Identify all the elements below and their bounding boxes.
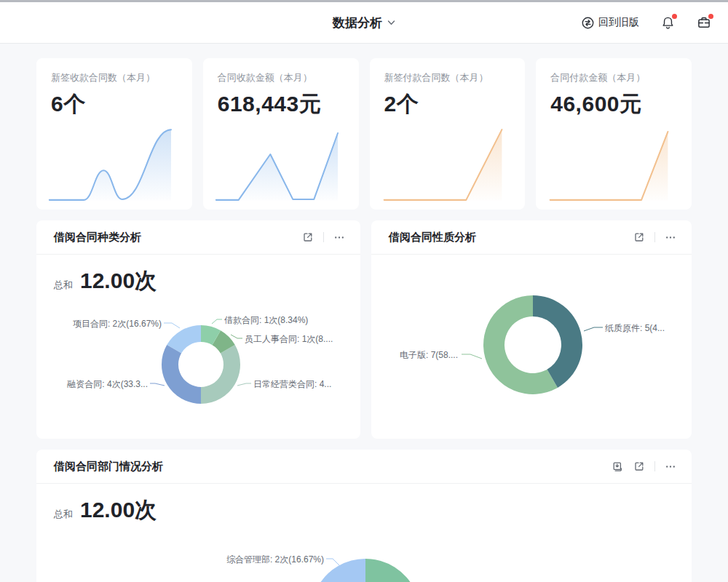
divider	[323, 232, 324, 242]
kpi-label: 新签收款合同数（本月）	[36, 58, 192, 84]
donut-label: 纸质原件: 5(4...	[605, 322, 665, 335]
back-to-old-version-link[interactable]: 回到旧版	[582, 16, 639, 29]
kpi-card-payable-amount[interactable]: 合同付款金额（本月） 46,600元	[536, 58, 692, 210]
sparkline-chart	[546, 124, 681, 205]
donut-label: 融资合同: 4次(33.3...	[67, 378, 148, 391]
page-title-dropdown[interactable]: 数据分析	[333, 15, 395, 31]
donut-label: 综合管理部: 2次(16.67%)	[226, 554, 324, 566]
notification-badge	[672, 14, 677, 19]
donut-label: 借款合同: 1次(8.34%)	[224, 314, 308, 327]
switch-version-icon	[582, 17, 594, 29]
divider	[654, 232, 655, 242]
kpi-value: 46,600元	[536, 84, 692, 119]
card-title: 借阅合同种类分析	[54, 231, 141, 244]
chevron-down-icon	[387, 20, 395, 25]
sparkline-chart	[213, 124, 349, 205]
chart-row: 借阅合同种类分析 总和 12.00次	[36, 220, 692, 439]
expand-icon[interactable]	[301, 231, 314, 244]
notifications-button[interactable]	[660, 15, 676, 31]
page-title: 数据分析	[333, 15, 382, 31]
total-value: 12.00次	[80, 266, 157, 296]
kpi-value: 2个	[370, 84, 526, 119]
kpi-label: 合同付款金额（本月）	[536, 58, 692, 84]
kpi-card-receivable-amount[interactable]: 合同收款金额（本月） 618,443元	[203, 58, 359, 210]
donut-label: 员工人事合同: 1次(8....	[245, 333, 333, 346]
more-icon[interactable]	[664, 460, 677, 473]
back-to-old-label: 回到旧版	[598, 16, 639, 29]
top-nav: 数据分析 回到旧版	[0, 2, 728, 44]
more-icon[interactable]	[664, 231, 677, 244]
chart-card-department: 借阅合同部门情况分析 总和 12.00次 综合管理部: 2次(16.67%)	[36, 450, 692, 582]
card-title: 借阅合同部门情况分析	[54, 460, 163, 474]
kpi-value: 6个	[36, 84, 192, 119]
workbench-button[interactable]	[696, 15, 712, 31]
kpi-card-new-payable-contracts[interactable]: 新签付款合同数（本月） 2个	[370, 58, 526, 210]
donut-label: 项目合同: 2次(16.67%)	[73, 318, 162, 330]
total-label: 总和	[54, 508, 73, 521]
chart-card-contract-type: 借阅合同种类分析 总和 12.00次	[36, 220, 360, 439]
expand-icon[interactable]	[633, 460, 646, 473]
card-title: 借阅合同性质分析	[389, 231, 476, 244]
more-icon[interactable]	[333, 231, 346, 244]
chart-card-contract-nature: 借阅合同性质分析 纸质原件: 5(4... 电子版: 7(58....	[371, 220, 692, 439]
kpi-card-new-receivable-contracts[interactable]: 新签收款合同数（本月） 6个	[36, 58, 192, 210]
kpi-label: 新签付款合同数（本月）	[370, 58, 526, 84]
sparkline-chart	[380, 124, 515, 205]
workbench-badge	[708, 14, 713, 19]
total-value: 12.00次	[80, 495, 157, 525]
kpi-label: 合同收款金额（本月）	[203, 58, 359, 84]
dashboard: 新签收款合同数（本月） 6个 合同收款金额（本月） 618,443元 新签付款合…	[36, 58, 692, 582]
donut-label: 日常经营类合同: 4...	[253, 378, 331, 391]
kpi-row: 新签收款合同数（本月） 6个 合同收款金额（本月） 618,443元 新签付款合…	[36, 58, 692, 210]
kpi-value: 618,443元	[203, 84, 359, 119]
divider	[654, 461, 655, 471]
donut-label: 电子版: 7(58....	[400, 349, 458, 362]
expand-icon[interactable]	[633, 231, 646, 244]
download-icon[interactable]	[611, 460, 624, 473]
total-label: 总和	[54, 279, 73, 292]
sparkline-chart	[47, 124, 182, 205]
